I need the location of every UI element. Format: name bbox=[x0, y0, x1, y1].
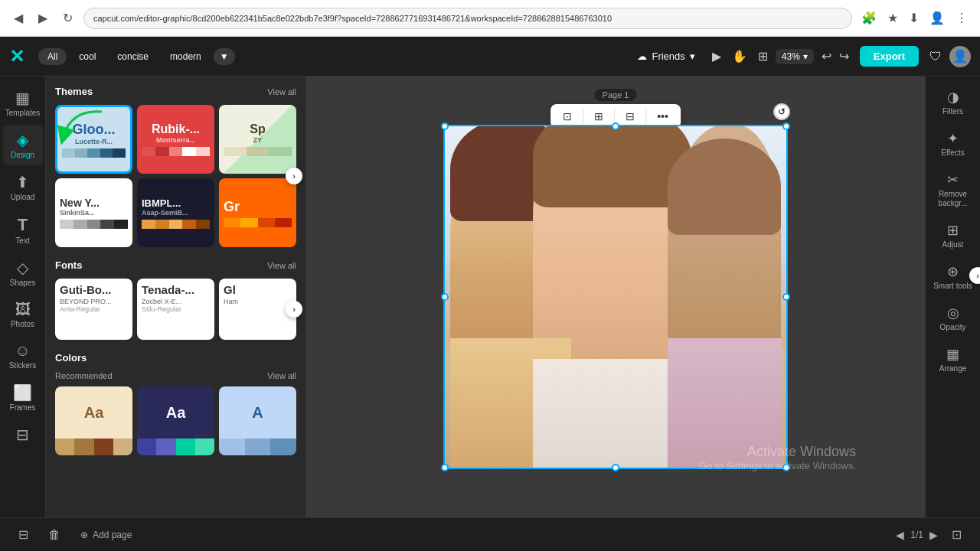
fonts-grid: Guti-Bo... BEYOND PRO... Anta-Regular Te… bbox=[55, 279, 296, 340]
filter-tab-modern[interactable]: modern bbox=[161, 48, 211, 65]
filter-more-button[interactable]: ▼ bbox=[214, 48, 235, 65]
canvas-image bbox=[443, 125, 788, 469]
friends-label: Friends bbox=[652, 51, 684, 62]
download-icon[interactable]: ⬇ bbox=[906, 9, 922, 27]
arrange-icon: ▦ bbox=[946, 346, 959, 363]
opacity-icon: ◎ bbox=[947, 305, 959, 321]
fit-screen-button[interactable]: ⊡ bbox=[946, 524, 968, 545]
bookmark-star-icon[interactable]: ★ bbox=[884, 9, 901, 27]
sidebar-item-photos[interactable]: 🖼 Photos bbox=[3, 295, 43, 334]
filter-tab-cool[interactable]: cool bbox=[70, 48, 105, 65]
right-item-opacity[interactable]: ◎ Opacity bbox=[929, 298, 977, 338]
theme-sp-sub: ZY bbox=[253, 136, 263, 144]
extension-icon[interactable]: 🧩 bbox=[858, 9, 880, 27]
copy-button[interactable]: ⊟ bbox=[619, 107, 641, 126]
toolbar-group: ▶ ✋ ⊞ 43% ▾ ↩ ↪ bbox=[709, 46, 852, 67]
theme-sp-colors bbox=[224, 147, 292, 156]
profile-icon[interactable]: 👤 bbox=[926, 9, 948, 27]
cloud-icon: ☁ bbox=[637, 51, 647, 62]
filters-icon: ◑ bbox=[947, 89, 959, 106]
fonts-next-button[interactable]: › bbox=[286, 301, 302, 318]
sidebar-item-design[interactable]: ◈ Design bbox=[3, 125, 43, 165]
theme-ibm-colors bbox=[142, 220, 210, 229]
sidebar-item-text[interactable]: T Text bbox=[3, 209, 43, 251]
right-item-arrange[interactable]: ▦ Arrange bbox=[929, 340, 977, 380]
delete-button[interactable]: 🗑 bbox=[42, 525, 67, 545]
theme-rubik-colors bbox=[142, 147, 210, 156]
shield-icon-button[interactable]: 🛡 bbox=[926, 47, 945, 67]
redo-button[interactable]: ↪ bbox=[836, 46, 852, 67]
friends-button[interactable]: ☁ Friends ▾ bbox=[631, 47, 701, 65]
filter-tab-concise[interactable]: concise bbox=[108, 48, 158, 65]
sidebar-item-upload[interactable]: ⬆ Upload bbox=[3, 167, 43, 207]
colors-view-all-button[interactable]: View all bbox=[267, 371, 296, 380]
add-page-button[interactable]: ⊕ Add page bbox=[74, 527, 138, 543]
main-area: ▦ Templates ◈ Design ⬆ Upload T Text ◇ S… bbox=[0, 77, 980, 517]
font-card-guti[interactable]: Guti-Bo... BEYOND PRO... Anta-Regular bbox=[55, 279, 132, 340]
forward-button[interactable]: ▶ bbox=[34, 8, 52, 28]
avatar-button[interactable]: 👤 bbox=[949, 46, 971, 67]
undo-button[interactable]: ↩ bbox=[818, 46, 835, 67]
themes-view-all-button[interactable]: View all bbox=[267, 87, 296, 96]
theme-gr-text: Gr bbox=[224, 199, 240, 215]
right-item-adjust[interactable]: ⊞ Adjust bbox=[929, 216, 977, 256]
filter-tab-all[interactable]: All bbox=[38, 48, 67, 65]
upload-icon: ⬆ bbox=[16, 173, 29, 191]
address-bar[interactable] bbox=[83, 8, 852, 29]
browser-chrome: ◀ ▶ ↻ 🧩 ★ ⬇ 👤 ⋮ bbox=[0, 0, 980, 37]
back-button[interactable]: ◀ bbox=[9, 8, 28, 28]
hand-tool-button[interactable]: ✋ bbox=[729, 46, 750, 67]
page-next-button[interactable]: ▶ bbox=[929, 529, 938, 541]
themes-next-button[interactable]: › bbox=[286, 168, 302, 184]
theme-card-rubik[interactable]: Rubik-... Montserra... bbox=[137, 105, 214, 174]
export-button[interactable]: Export bbox=[860, 46, 919, 67]
theme-card-newy[interactable]: New Y... SinkinSa... bbox=[55, 178, 132, 247]
remove-bg-icon: ✂ bbox=[947, 171, 959, 188]
themes-grid: Gloo... Lucette-R... Rubik-... Montserra… bbox=[55, 105, 296, 247]
color-card-blue[interactable]: A bbox=[219, 386, 296, 455]
cursor-tool-button[interactable]: ▶ bbox=[709, 46, 724, 67]
sidebar-item-templates-label: Templates bbox=[5, 109, 41, 117]
right-item-effects[interactable]: ✦ Effects bbox=[929, 124, 977, 164]
fonts-view-all-button[interactable]: View all bbox=[267, 261, 296, 270]
right-item-remove-bg[interactable]: ✂ Remove backgr... bbox=[929, 165, 977, 214]
font-card-tenada[interactable]: Tenada-... Zocbel X-E... Stilu-Regular bbox=[137, 279, 214, 340]
theme-card-gr[interactable]: Gr bbox=[219, 178, 296, 247]
rotate-handle[interactable]: ↺ bbox=[773, 103, 790, 120]
theme-card-sp[interactable]: Sp ZY bbox=[219, 105, 296, 174]
grid-button[interactable]: ⊞ bbox=[588, 107, 609, 126]
crop-button[interactable]: ⊡ bbox=[557, 107, 578, 126]
theme-card-gloo[interactable]: Gloo... Lucette-R... bbox=[55, 105, 132, 174]
right-sidebar: ◑ Filters ✦ Effects ✂ Remove backgr... ⊞… bbox=[925, 77, 980, 517]
effects-icon: ✦ bbox=[947, 130, 959, 147]
canvas-frame[interactable]: ↺ bbox=[443, 125, 788, 469]
adjust-icon: ⊞ bbox=[947, 222, 959, 239]
font-gl-sub: Ham bbox=[224, 298, 292, 305]
font-tenada-sub: Zocbel X-E... bbox=[142, 298, 210, 305]
sidebar-item-templates[interactable]: ▦ Templates bbox=[3, 83, 43, 123]
browser-menu-icon[interactable]: ⋮ bbox=[952, 9, 971, 27]
color-warm-aa: Aa bbox=[84, 404, 104, 422]
sidebar-item-frames[interactable]: ⬜ Frames bbox=[3, 377, 43, 418]
color-card-warm[interactable]: Aa bbox=[55, 386, 132, 455]
right-item-filters[interactable]: ◑ Filters bbox=[929, 83, 977, 122]
toolbar-divider-3 bbox=[645, 109, 646, 124]
right-item-filters-label: Filters bbox=[942, 107, 963, 116]
layout-view-button[interactable]: ⊞ bbox=[755, 46, 771, 67]
themes-title: Themes bbox=[55, 86, 93, 97]
refresh-button[interactable]: ↻ bbox=[58, 8, 77, 28]
zoom-control[interactable]: 43% ▾ bbox=[776, 49, 814, 64]
right-item-adjust-label: Adjust bbox=[942, 240, 964, 249]
recommended-label: Recommended bbox=[55, 371, 113, 380]
sidebar-item-shapes[interactable]: ◇ Shapes bbox=[3, 253, 43, 293]
snapshot-button[interactable]: ⊟ bbox=[12, 524, 34, 545]
theme-card-ibm[interactable]: IBMPL... Asap-SemiB... bbox=[137, 178, 214, 247]
more-options-button[interactable]: ••• bbox=[651, 107, 675, 126]
photo-simulation bbox=[443, 125, 788, 469]
zoom-chevron-icon: ▾ bbox=[803, 51, 808, 62]
color-card-purple[interactable]: Aa bbox=[137, 386, 214, 455]
font-card-gl[interactable]: Gl Ham bbox=[219, 279, 296, 340]
sidebar-item-stickers[interactable]: ☺ Stickers bbox=[3, 336, 43, 376]
sidebar-item-more[interactable]: ⊟ bbox=[3, 419, 43, 450]
page-prev-button[interactable]: ◀ bbox=[896, 529, 904, 541]
